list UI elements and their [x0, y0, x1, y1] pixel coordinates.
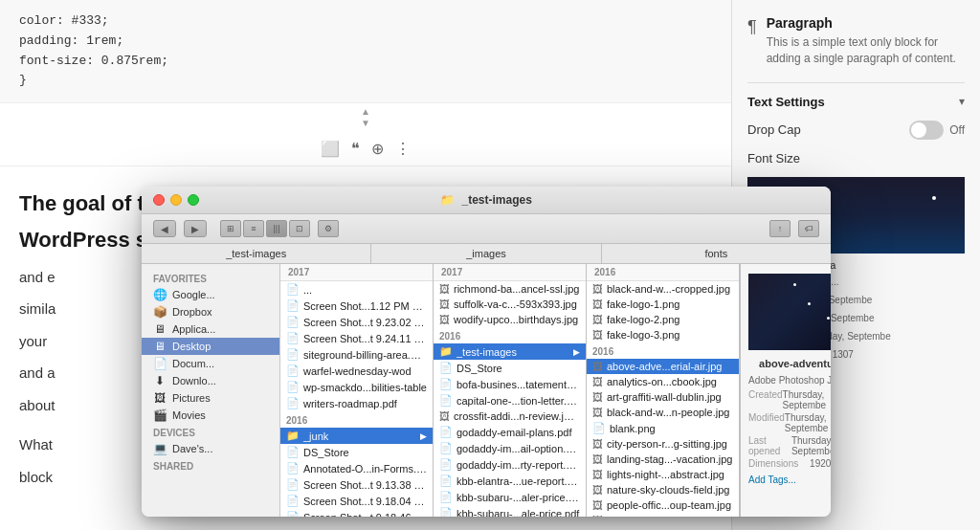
col2-item-godaddy-im2[interactable]: 📄godaddy-im...rty-report.pdf: [434, 456, 586, 473]
col1-item-7[interactable]: 📄wp-smackdo...bilities-table: [280, 379, 433, 395]
sidebar-item-documents[interactable]: 📄 Docum...: [142, 355, 279, 372]
col3-item-fake3[interactable]: 🖼fake-logo-3.png: [587, 327, 739, 342]
arrow-icon: ▶: [420, 431, 427, 441]
downloads-icon: ⬇: [153, 374, 167, 387]
preview-last-opened-label: Last opened: [748, 435, 791, 456]
col3-item-above[interactable]: 🖼above-adve...erial-air.jpg: [587, 359, 739, 374]
col3-item-art[interactable]: 🖼art-graffiti-wall-dublin.jpg: [587, 389, 739, 405]
col3-item-city[interactable]: 🖼city-person-r...g-sitting.jpg: [587, 436, 739, 452]
finder-title: 📁 _test-images: [440, 193, 532, 207]
preview-dimensions-label: Dimensions: [748, 458, 798, 469]
col3-item-nature[interactable]: 🖼nature-sky-clouds-field.jpg: [587, 482, 739, 497]
view-icon-btn[interactable]: ⊞: [220, 220, 241, 237]
collapse-up-btn[interactable]: ▲: [361, 107, 370, 117]
col1-item-annotated[interactable]: 📄Annotated-O...in-Forms.pdf: [280, 460, 433, 476]
minimize-button[interactable]: [170, 194, 182, 206]
documents-icon: 📄: [153, 357, 167, 370]
quote-icon[interactable]: ❝: [351, 140, 360, 158]
col1-item-5[interactable]: 📄siteground-billing-area.png: [280, 346, 433, 363]
sidebar-item-desktop[interactable]: 🖥 Desktop: [142, 338, 279, 355]
col3-item-landing[interactable]: 🖼landing-stag...-vacation.jpg: [587, 452, 739, 467]
star-4: [793, 283, 796, 286]
col3-item-lights[interactable]: 🖼lights-night-...abstract.jpg: [587, 467, 739, 482]
col1-item-ss1[interactable]: 📄Screen Shot...t 9.13.38 PM: [280, 476, 433, 493]
col2-item-test-images[interactable]: 📁_test-images▶: [434, 343, 586, 360]
col1-item-junk[interactable]: 📁_junk▶: [280, 428, 433, 444]
paragraph-icon: ¶: [747, 17, 757, 67]
col1-item-ss3[interactable]: 📄Screen Shot...t 9.18.46 PM: [280, 509, 433, 517]
close-button[interactable]: [153, 194, 165, 206]
text-settings-header: Text Settings ▾: [747, 82, 965, 109]
view-gallery-btn[interactable]: ⊡: [289, 220, 310, 237]
add-icon[interactable]: ⊕: [371, 140, 384, 158]
col2-item-3[interactable]: 🖼wodify-upco...birthdays.jpg: [434, 312, 586, 327]
maximize-button[interactable]: [188, 194, 199, 206]
sidebar-label-applications: Applica...: [172, 323, 215, 335]
sidebar-item-downloads[interactable]: ⬇ Downlo...: [142, 372, 279, 389]
share-btn[interactable]: ↑: [769, 220, 791, 237]
col2-item-2[interactable]: 🖼suffolk-va-c...-593x393.jpg: [434, 297, 586, 312]
path-segment-2[interactable]: _images: [371, 244, 601, 263]
preview-modified-value: Thursday, Septembe: [785, 412, 831, 433]
col3-item-people[interactable]: 🖼people-offic...oup-team.jpg: [587, 497, 739, 513]
sidebar-item-pictures[interactable]: 🖼 Pictures: [142, 389, 279, 407]
folder-icon: 📁: [286, 430, 300, 442]
forward-button[interactable]: ▶: [184, 220, 207, 237]
sidebar-item-google[interactable]: 🌐 Google...: [142, 286, 279, 303]
sidebar-item-movies[interactable]: 🎬 Movies: [142, 407, 279, 424]
col3-item-blank[interactable]: 📄blank.png: [587, 420, 739, 436]
col2-item-kbb1[interactable]: 📄kbb-elantra-...ue-report.pdf: [434, 473, 586, 489]
drop-cap-label: Drop Cap: [747, 122, 801, 137]
back-button[interactable]: ◀: [153, 220, 176, 237]
col2-item-crossfit[interactable]: 🖼crossfit-addi...n-review.jpeg: [434, 409, 586, 424]
col2-item-kbb2[interactable]: 📄kbb-subaru-...aler-price.pdf: [434, 489, 586, 505]
col1-item-8[interactable]: 📄writers-roadmap.pdf: [280, 395, 433, 411]
sidebar-item-dropbox[interactable]: 📦 Dropbox: [142, 303, 279, 320]
col3-item-pexels4[interactable]: 🖼pexels-photo (4).jpg: [587, 513, 739, 517]
sidebar-item-applications[interactable]: 🖥 Applica...: [142, 320, 279, 338]
file-icon: 📄: [439, 394, 453, 407]
col1-item-3[interactable]: 📄Screen Shot...t 9.23.02 PM: [280, 314, 433, 330]
path-segment-1[interactable]: _test-images: [142, 244, 371, 263]
file-icon: 🖼: [592, 484, 603, 496]
col3-item-black-cropped[interactable]: 🖼black-and-w...-cropped.jpg: [587, 281, 739, 297]
col2-item-dsstore[interactable]: 📄DS_Store: [434, 360, 586, 376]
col3-item-black-people[interactable]: 🖼black-and-w...n-people.jpg: [587, 405, 739, 420]
col3-item-analytics[interactable]: 🖼analytics-on...cbook.jpg: [587, 374, 739, 389]
view-column-btn[interactable]: |||: [266, 220, 287, 237]
drop-cap-toggle[interactable]: [909, 121, 944, 140]
preview-add-tags[interactable]: Add Tags...: [748, 475, 796, 485]
col3-item-fake2[interactable]: 🖼fake-logo-2.png: [587, 312, 739, 327]
file-icon: 📄: [286, 495, 300, 507]
paragraph-block-info: ¶ Paragraph This is a simple text only b…: [747, 15, 965, 67]
file-icon: 📄: [286, 511, 300, 517]
col1-item-4[interactable]: 📄Screen Shot...t 9.24.11 PM: [280, 330, 433, 346]
col2-item-1[interactable]: 🖼richmond-ba...ancel-ssl.jpg: [434, 281, 586, 297]
col1-item-ss2[interactable]: 📄Screen Shot...t 9.18.04 PM: [280, 493, 433, 509]
col1-item-dsstore[interactable]: 📄DS_Store: [280, 444, 433, 460]
col3-item-fake1[interactable]: 🖼fake-logo-1.png: [587, 297, 739, 312]
col2-item-godaddy-im1[interactable]: 📄godaddy-im...ail-option.pdf: [434, 440, 586, 456]
more-icon[interactable]: ⋮: [395, 140, 411, 158]
col1-item-6[interactable]: 📄warfel-wednesday-wod: [280, 363, 433, 379]
col2-item-bofa[interactable]: 📄bofa-busines...tatement.pdf: [434, 376, 586, 392]
col2-item-capital[interactable]: 📄capital-one-...tion-letter.pdf: [434, 392, 586, 409]
finder-column-1: 2017 📄... 📄Screen Shot...1.12 PM alias 📄…: [280, 264, 434, 517]
col1-item-2[interactable]: 📄Screen Shot...1.12 PM alias: [280, 298, 433, 314]
sidebar-label-pictures: Pictures: [172, 392, 211, 404]
sidebar-item-dave[interactable]: 💻 Dave's...: [142, 440, 279, 457]
col1-item-1[interactable]: 📄...: [280, 281, 433, 298]
text-settings-chevron[interactable]: ▾: [959, 95, 965, 108]
collapse-down-btn[interactable]: ▼: [361, 119, 370, 128]
preview-created-value: Thursday, Septembe: [783, 389, 831, 410]
col2-item-godaddy-email[interactable]: 📄godaddy-email-plans.pdf: [434, 424, 586, 440]
sidebar-label-documents: Docum...: [172, 358, 214, 369]
preview-last-opened-value: Thursday, Septembe: [791, 435, 831, 456]
action-gear-btn[interactable]: ⚙: [318, 220, 339, 237]
preview-dimensions-value: 1920 × 1307: [810, 458, 831, 469]
image-icon[interactable]: ⬜: [321, 140, 340, 158]
view-list-btn[interactable]: ≡: [243, 220, 264, 237]
edit-tags-btn[interactable]: 🏷: [798, 220, 819, 237]
col2-item-kbb3[interactable]: 📄kbb-subaru-...ale-price.pdf: [434, 505, 586, 517]
path-segment-3[interactable]: fonts: [602, 244, 831, 263]
